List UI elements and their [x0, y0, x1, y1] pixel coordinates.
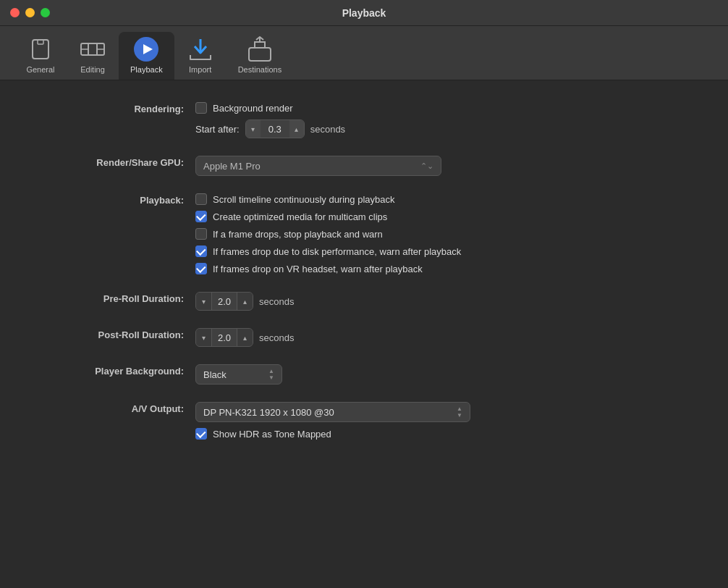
start-after-row: Start after: ▾ 0.3 ▴ seconds [195, 119, 685, 138]
playback-checkbox-3[interactable] [195, 245, 207, 257]
show-hdr-label: Show HDR as Tone Mapped [213, 429, 331, 440]
window-title: Playback [342, 7, 386, 19]
destinations-icon [247, 36, 273, 62]
playback-option-label-0: Scroll timeline continuously during play… [213, 194, 394, 205]
titlebar: Playback [0, 0, 728, 26]
playback-option-0: Scroll timeline continuously during play… [195, 193, 685, 205]
background-render-label: Background render [213, 103, 293, 114]
av-output-label: A/V Output: [43, 402, 195, 440]
playback-checkbox-2[interactable] [195, 228, 207, 240]
editing-label: Editing [80, 65, 105, 74]
destinations-label: Destinations [238, 65, 282, 74]
gpu-value: Apple M1 Pro [203, 161, 261, 172]
show-hdr-row: Show HDR as Tone Mapped [195, 428, 685, 440]
general-icon [27, 36, 54, 62]
start-after-decrement[interactable]: ▾ [246, 120, 261, 138]
av-down-arrow-icon: ▼ [457, 413, 462, 419]
player-background-section: Player Background: Black ▲ ▼ [43, 364, 685, 385]
svg-rect-0 [33, 40, 48, 59]
playback-option-3: If frames drop due to disk performance, … [195, 245, 685, 257]
preroll-controls: ▾ 2.0 ▴ seconds [195, 292, 685, 311]
toolbar-item-editing[interactable]: Editing [67, 32, 119, 80]
playback-option-label-1: Create optimized media for multicam clip… [213, 211, 387, 222]
toolbar: General Editing Playback [0, 26, 728, 80]
av-output-section: A/V Output: DP PN-K321 1920 x 1080 @30 ▲… [43, 402, 685, 440]
playback-label: Playback [130, 65, 163, 74]
player-background-value: Black [203, 369, 227, 380]
start-after-unit: seconds [310, 124, 345, 135]
minimize-button[interactable] [25, 8, 35, 17]
rendering-controls: Background render Start after: ▾ 0.3 ▴ s… [195, 102, 685, 138]
postroll-decrement[interactable]: ▾ [196, 329, 212, 346]
gpu-label: Render/Share GPU: [43, 156, 195, 176]
import-label: Import [189, 65, 211, 74]
player-background-controls: Black ▲ ▼ [195, 364, 685, 385]
playback-option-4: If frames drop on VR headset, warn after… [195, 263, 685, 274]
playback-checkbox-4[interactable] [195, 263, 207, 274]
playback-label: Playback: [43, 193, 195, 274]
start-after-label: Start after: [195, 124, 240, 135]
rendering-section: Rendering: Background render Start after… [43, 102, 685, 138]
av-up-arrow-icon: ▲ [457, 406, 462, 412]
postroll-section: Post-Roll Duration: ▾ 2.0 ▴ seconds [43, 328, 685, 347]
player-background-label: Player Background: [43, 364, 195, 385]
av-output-dropdown[interactable]: DP PN-K321 1920 x 1080 @30 ▲ ▼ [195, 402, 470, 422]
background-render-checkbox[interactable] [195, 102, 207, 114]
toolbar-item-playback[interactable]: Playback [119, 32, 174, 80]
maximize-button[interactable] [41, 8, 50, 17]
postroll-label: Post-Roll Duration: [43, 328, 195, 347]
preroll-value: 2.0 [212, 296, 237, 307]
show-hdr-checkbox[interactable] [195, 428, 207, 440]
close-button[interactable] [10, 8, 20, 17]
av-output-controls: DP PN-K321 1920 x 1080 @30 ▲ ▼ Show HDR … [195, 402, 685, 440]
playback-icon [133, 36, 159, 62]
down-arrow-icon: ▼ [268, 375, 274, 381]
preroll-increment[interactable]: ▴ [237, 293, 253, 310]
start-after-value: 0.3 [261, 124, 289, 135]
playback-section: Playback: Scroll timeline continuously d… [43, 193, 685, 274]
start-after-stepper[interactable]: ▾ 0.3 ▴ [245, 119, 305, 138]
preroll-row: ▾ 2.0 ▴ seconds [195, 292, 685, 311]
import-icon [187, 36, 213, 62]
svg-rect-10 [249, 48, 271, 61]
up-arrow-icon: ▲ [268, 369, 274, 374]
playback-option-2: If a frame drops, stop playback and warn [195, 228, 685, 240]
gpu-section: Render/Share GPU: Apple M1 Pro ⌃⌄ [43, 156, 685, 176]
gpu-dropdown[interactable]: Apple M1 Pro ⌃⌄ [195, 156, 441, 176]
postroll-controls: ▾ 2.0 ▴ seconds [195, 328, 685, 347]
playback-option-label-2: If a frame drops, stop playback and warn [213, 229, 383, 240]
main-content: Rendering: Background render Start after… [0, 80, 728, 479]
rendering-label: Rendering: [43, 102, 195, 138]
player-background-dropdown[interactable]: Black ▲ ▼ [195, 364, 282, 385]
playback-controls: Scroll timeline continuously during play… [195, 193, 685, 274]
playback-option-label-4: If frames drop on VR headset, warn after… [213, 264, 423, 274]
gpu-dropdown-arrow: ⌃⌄ [420, 161, 433, 171]
general-label: General [26, 65, 54, 74]
editing-icon [80, 36, 106, 62]
playback-option-label-3: If frames drop due to disk performance, … [213, 246, 461, 257]
postroll-stepper[interactable]: ▾ 2.0 ▴ [195, 328, 253, 347]
preroll-label: Pre-Roll Duration: [43, 292, 195, 311]
preroll-unit: seconds [259, 296, 294, 307]
av-output-arrows: ▲ ▼ [457, 406, 462, 419]
toolbar-item-general[interactable]: General [14, 32, 67, 80]
postroll-unit: seconds [259, 332, 294, 343]
player-background-arrows: ▲ ▼ [268, 369, 274, 381]
preroll-stepper[interactable]: ▾ 2.0 ▴ [195, 292, 253, 311]
playback-checkbox-1[interactable] [195, 211, 207, 222]
postroll-row: ▾ 2.0 ▴ seconds [195, 328, 685, 347]
postroll-value: 2.0 [212, 332, 237, 343]
gpu-controls: Apple M1 Pro ⌃⌄ [195, 156, 685, 176]
start-after-increment[interactable]: ▴ [289, 120, 304, 138]
playback-option-1: Create optimized media for multicam clip… [195, 211, 685, 222]
postroll-increment[interactable]: ▴ [237, 329, 253, 346]
av-output-value: DP PN-K321 1920 x 1080 @30 [203, 407, 334, 418]
preroll-decrement[interactable]: ▾ [196, 293, 212, 310]
traffic-lights [10, 8, 50, 17]
toolbar-item-import[interactable]: Import [174, 32, 227, 80]
toolbar-item-destinations[interactable]: Destinations [227, 32, 294, 80]
playback-checkbox-0[interactable] [195, 193, 207, 205]
preroll-section: Pre-Roll Duration: ▾ 2.0 ▴ seconds [43, 292, 685, 311]
background-render-row: Background render [195, 102, 685, 114]
